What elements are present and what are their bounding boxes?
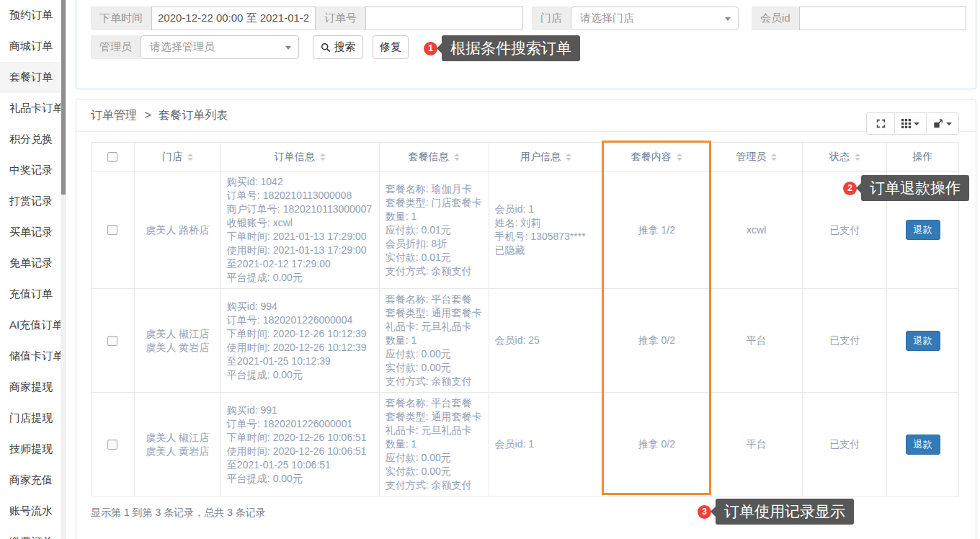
order-info-cell: 购买id: 994订单号: 1820201226000004下单时间: 2020… [221,289,380,393]
user-info-cell: 会员id: 1 [489,393,604,496]
chevron-down-icon [725,17,731,21]
sidebar-scrollbar-thumb[interactable] [61,0,66,195]
package-content-cell: 推拿 0/2 [603,393,710,496]
admin-cell: 平台 [710,393,803,496]
row-checkbox-cell [92,289,135,393]
store-label: 门店 [532,6,571,30]
order-time-input[interactable] [151,6,316,30]
store-select-placeholder: 请选择门店 [580,12,634,25]
search-button-label: 搜索 [334,40,356,54]
admin-filter: 管理员 请选择管理员 [91,35,299,59]
order-no-input[interactable] [365,6,523,30]
sidebar-item[interactable]: 储值卡订单 [0,341,61,372]
sidebar-item-label: 商城订单 [9,40,53,53]
store-cell: 虞美人 椒江店虞美人 黄岩店 [135,393,221,496]
column-header[interactable]: 订单信息 [221,143,380,172]
column-header[interactable]: 套餐信息 [380,143,489,172]
toggle-columns-button[interactable] [894,112,927,135]
sort-icon[interactable] [187,153,193,161]
sidebar-item[interactable]: 商城订单 [0,31,61,62]
column-header[interactable]: 管理员 [710,143,803,172]
sidebar-item[interactable]: 礼品卡订单 [0,93,61,124]
breadcrumb-page: 套餐订单列表 [159,109,228,121]
sidebar-item-label: 缴费订单 [9,535,53,539]
admin-select-placeholder: 请选择管理员 [150,40,215,54]
store-cell: 虞美人 路桥店 [135,172,221,289]
column-header-label: 套餐内容 [631,151,672,164]
column-header-label: 用户信息 [520,151,561,164]
refund-button[interactable]: 退款 [906,435,940,455]
package-content-cell: 推拿 0/2 [603,289,710,393]
column-header[interactable]: 用户信息 [489,143,604,172]
sort-icon[interactable] [855,153,860,161]
repair-button-label: 修复 [380,40,401,54]
sidebar-item-label: 打赏记录 [9,195,53,208]
column-header[interactable]: 套餐内容 [603,143,710,172]
admin-cell: 平台 [710,289,803,393]
action-cell: 退款 [887,172,959,289]
pagination-summary: 显示第 1 到第 3 条记录，总共 3 条记录 [91,507,266,520]
sidebar-item[interactable]: 打赏记录 [0,186,61,217]
sidebar-item[interactable]: 积分兑换 [0,124,61,155]
sort-icon[interactable] [771,153,777,161]
table-row: 虞美人 路桥店 购买id: 1042订单号: 1820210113000008商… [92,172,959,289]
breadcrumb-section[interactable]: 订单管理 [91,109,137,121]
sidebar-item[interactable]: 商家充值 [0,465,61,496]
column-header-label: 管理员 [736,151,766,164]
sidebar-item[interactable]: 商家提现 [0,372,61,403]
column-header-label: 订单信息 [275,151,315,164]
admin-select[interactable]: 请选择管理员 [141,35,299,59]
row-checkbox[interactable] [107,440,117,450]
sort-icon[interactable] [566,153,571,161]
sort-icon[interactable] [677,153,682,161]
row-checkbox[interactable] [107,336,117,346]
sidebar-item[interactable]: 充值订单 [0,279,61,310]
column-header[interactable]: 门店 [135,143,221,172]
search-button[interactable]: 搜索 [313,35,363,59]
action-cell: 退款 [887,393,959,496]
sidebar-item[interactable]: 免单记录 [0,248,61,279]
row-checkbox-cell [92,393,135,496]
sidebar-item[interactable]: 账号流水 [0,496,61,527]
sort-icon[interactable] [454,153,460,161]
member-id-label: 会员id [752,6,799,30]
column-header[interactable]: 状态 [803,143,887,172]
sidebar: 预约订单 商城订单 套餐订单 礼品卡订单 积分兑换 中奖记录 打赏记录 买单记录… [0,0,61,539]
refund-button[interactable]: 退款 [906,220,940,240]
sort-icon[interactable] [320,153,326,161]
sidebar-item[interactable]: 缴费订单 [0,527,61,539]
package-info-cell: 套餐名称: 瑜伽月卡套餐类型: 门店套餐卡数量: 1应付款: 0.01元会员折扣… [380,172,489,289]
order-time-label: 下单时间 [91,6,151,30]
chevron-down-icon [946,122,952,125]
select-all-checkbox[interactable] [107,152,117,162]
order-no-label: 订单号 [316,6,365,30]
member-id-input[interactable] [799,6,966,30]
breadcrumb-separator: > [144,109,151,121]
package-order-table: 门店 订单信息 套餐信息 用户信息 [91,142,959,496]
column-header[interactable]: 操作 [887,143,959,172]
package-info-cell: 套餐名称: 平台套餐套餐类型: 通用套餐卡礼品卡: 元旦礼品卡数量: 1应付款:… [380,289,489,393]
fullscreen-button[interactable] [866,112,895,135]
package-content-cell: 推拿 1/2 [603,172,710,289]
sidebar-item-label: AI充值订单 [9,318,63,332]
store-select[interactable]: 请选择门店 [571,6,739,30]
sidebar-item[interactable]: 买单记录 [0,217,61,248]
repair-button[interactable]: 修复 [373,35,409,59]
chevron-down-icon [914,122,919,125]
admin-label: 管理员 [91,35,141,59]
order-time-filter: 下单时间 [91,6,316,30]
sidebar-item-label: 礼品卡订单 [9,102,63,115]
sidebar-item[interactable]: 预约订单 [0,0,61,31]
search-filter-panel: 下单时间 订单号 门店 请选择门店 会员id 管理员 请选择管理员 搜索 修复 [76,0,976,89]
sidebar-item[interactable]: 套餐订单 [0,62,61,93]
member-id-filter: 会员id [752,6,966,30]
sidebar-item[interactable]: 中奖记录 [0,155,61,186]
sidebar-item[interactable]: 门店提现 [0,403,61,434]
sidebar-item[interactable]: 技师提现 [0,434,61,465]
refund-button[interactable]: 退款 [906,331,940,351]
sidebar-item[interactable]: AI充值订单 [0,310,61,341]
admin-cell: xcwl [710,172,803,289]
export-button[interactable] [926,112,959,135]
row-checkbox[interactable] [107,225,117,235]
order-no-filter: 订单号 [316,6,523,30]
